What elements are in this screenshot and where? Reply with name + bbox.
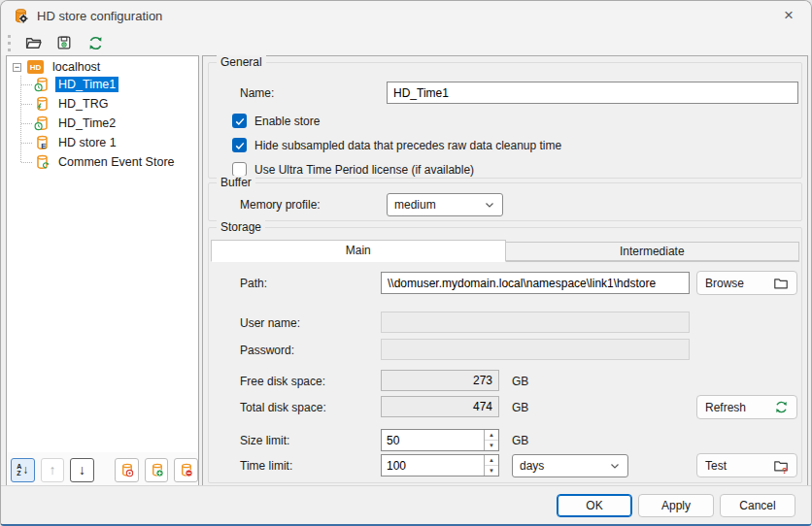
free-disk-value — [381, 370, 499, 391]
tree-item-label: HD_Time1 — [55, 77, 118, 92]
add-store-button[interactable] — [145, 458, 169, 482]
name-input[interactable] — [387, 82, 798, 104]
size-limit-input[interactable] — [382, 430, 484, 450]
db-clock-icon — [34, 115, 50, 131]
tree-item-hd-time2[interactable]: HD_Time2 — [34, 114, 118, 133]
time-limit-up-button[interactable]: ▲ — [485, 455, 498, 466]
time-limit-spinner: ▲ ▼ — [381, 454, 499, 477]
tree-item-localhost[interactable]: − HD localhost — [13, 57, 103, 77]
tree-item-label: localhost — [50, 59, 103, 75]
general-group-label: General — [217, 55, 266, 69]
user-name-input — [381, 312, 690, 333]
db-event-list-icon: E — [34, 135, 50, 150]
password-label: Password: — [240, 344, 294, 357]
dialog-footer: OK Apply Cancel — [1, 485, 811, 524]
open-configuration-button[interactable] — [22, 32, 44, 53]
time-limit-label: Time limit: — [240, 459, 292, 473]
tree-connector — [20, 76, 21, 162]
total-disk-unit: GB — [512, 401, 528, 414]
memory-profile-select[interactable]: medium — [387, 193, 503, 216]
tree-item-commen-event-store[interactable]: Commen Event Store — [34, 152, 178, 172]
ultra-license-checkbox[interactable] — [232, 162, 247, 177]
copy-store-button[interactable] — [115, 458, 139, 482]
size-limit-label: Size limit: — [240, 434, 289, 447]
tree-item-hd-time1[interactable]: HD_Time1 — [34, 75, 118, 94]
db-bolt-icon — [34, 96, 50, 112]
tree-item-label: HD_TRG — [55, 96, 111, 112]
db-clock-icon — [34, 77, 50, 92]
db-circular-arrow-icon — [34, 154, 50, 170]
reload-configuration-button[interactable] — [85, 32, 106, 53]
move-down-button[interactable]: ↓ — [70, 458, 94, 482]
cancel-button[interactable]: Cancel — [720, 494, 795, 517]
tree-item-label: HD_Time2 — [55, 115, 118, 131]
check-icon — [234, 115, 246, 127]
name-label: Name: — [240, 86, 274, 100]
sort-az-icon: AZ — [17, 463, 21, 477]
total-disk-label: Total disk space: — [240, 401, 326, 414]
hide-subsampled-checkbox[interactable] — [232, 138, 247, 152]
browse-button[interactable]: Browse — [696, 271, 797, 295]
memory-profile-value: medium — [394, 198, 436, 212]
path-label: Path: — [240, 277, 267, 290]
memory-profile-label: Memory profile: — [240, 198, 321, 212]
main-toolbar — [1, 30, 811, 55]
hide-subsampled-label: Hide subsampled data that precedes raw d… — [254, 139, 561, 152]
tree-toolbar: AZ ↓ ↑ ↓ — [7, 452, 198, 487]
time-limit-down-button[interactable]: ▼ — [485, 466, 498, 476]
svg-text:E: E — [41, 142, 47, 150]
time-limit-unit-value: days — [520, 459, 544, 473]
up-arrow-icon: ↑ — [49, 463, 55, 477]
close-button[interactable]: × — [766, 1, 811, 30]
remove-store-button[interactable] — [174, 458, 198, 482]
collapse-icon[interactable]: − — [13, 63, 21, 72]
apply-button[interactable]: Apply — [638, 494, 714, 517]
save-configuration-button[interactable] — [53, 32, 75, 53]
toolbar-grip[interactable] — [8, 35, 11, 51]
tree-item-hd-store-1[interactable]: E HD store 1 — [34, 133, 119, 152]
refresh-button[interactable]: Refresh — [696, 395, 797, 419]
test-button[interactable]: Test ? — [696, 453, 797, 477]
buffer-group-label: Buffer — [217, 176, 255, 189]
time-limit-input[interactable] — [382, 455, 484, 476]
store-tree: − HD localhost HD_Time1 — [7, 56, 198, 452]
size-limit-spinner: ▲ ▼ — [381, 429, 499, 451]
tab-intermediate[interactable]: Intermediate — [506, 242, 800, 261]
configuration-panel: General Name: Enable store Hide subsampl… — [202, 55, 808, 488]
sort-az-button[interactable]: AZ ↓ — [11, 458, 35, 482]
ultra-license-label: Use Ultra Time Period license (if availa… — [254, 163, 474, 177]
free-disk-unit: GB — [512, 375, 528, 388]
time-limit-unit-select[interactable]: days — [512, 454, 628, 477]
chevron-down-icon — [484, 199, 495, 211]
tab-main[interactable]: Main — [211, 240, 506, 262]
free-disk-label: Free disk space: — [240, 375, 325, 388]
size-limit-up-button[interactable]: ▲ — [485, 430, 498, 441]
total-disk-value — [381, 396, 499, 417]
tree-item-label: Commen Event Store — [55, 154, 178, 170]
db-remove-icon — [179, 463, 193, 477]
check-icon — [234, 140, 246, 151]
enable-store-checkbox[interactable] — [232, 114, 247, 128]
size-limit-down-button[interactable]: ▼ — [485, 441, 498, 450]
refresh-arrows-icon — [87, 35, 104, 51]
down-arrow-icon: ↓ — [79, 463, 85, 477]
title-bar: HD store configuration × — [1, 1, 811, 30]
storage-group: Storage Main Intermediate Path: Browse U… — [208, 227, 802, 483]
db-copy-icon — [119, 463, 134, 477]
hd-store-gear-icon — [13, 8, 29, 24]
storage-group-label: Storage — [217, 220, 265, 234]
hd-store-configuration-dialog: HD store configuration × — [0, 0, 812, 526]
enable-store-checkbox-row: Enable store — [232, 114, 320, 128]
user-name-label: User name: — [240, 316, 300, 330]
refresh-arrows-icon — [774, 400, 789, 414]
move-up-button[interactable]: ↑ — [41, 458, 65, 482]
ultra-license-checkbox-row: Use Ultra Time Period license (if availa… — [232, 162, 474, 177]
ok-button[interactable]: OK — [557, 494, 632, 517]
path-input[interactable] — [381, 272, 690, 294]
gear-glyph — [19, 14, 28, 22]
tree-item-hd-trg[interactable]: HD_TRG — [34, 94, 111, 114]
store-tree-panel: − HD localhost HD_Time1 — [6, 55, 199, 488]
db-add-icon — [150, 463, 164, 477]
enable-store-label: Enable store — [254, 115, 320, 128]
buffer-group: Buffer Memory profile: medium — [208, 182, 802, 221]
